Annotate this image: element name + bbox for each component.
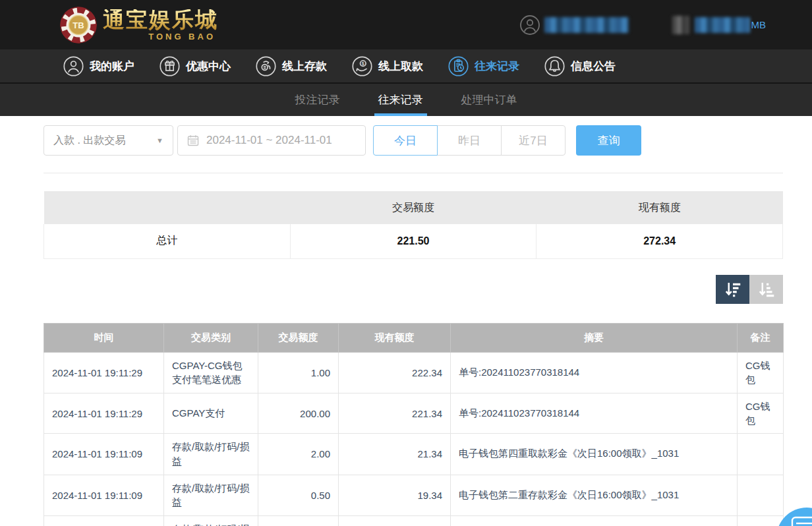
gift-icon: [160, 56, 180, 76]
cell-time: 2024-11-01 19:11:29: [44, 352, 164, 394]
withdraw-icon: $: [352, 56, 372, 76]
filter-bar: 入款 . 出款交易 ▼ 2024-11-01 ~ 2024-11-01 今日 昨…: [44, 125, 783, 156]
main-navigation: 我的账户 优惠中心 线上存款 $ 线上取款: [0, 49, 812, 84]
nav-item-my-account[interactable]: 我的账户: [63, 56, 134, 76]
table-row: 2024-11-01 19:11:09 存款/取款/打码/损益 2.00 21.…: [44, 434, 784, 475]
summary-row-label: 总计: [44, 224, 291, 258]
quick-last7days-button[interactable]: 近7日: [501, 125, 566, 156]
cell-balance: 221.34: [339, 394, 451, 434]
col-header-time: 时间: [44, 323, 164, 352]
summary-total-row: 总计 221.50 272.34: [44, 224, 783, 258]
cell-amount: 200.00: [258, 394, 339, 434]
cell-note: CG钱包: [738, 352, 784, 394]
col-header-balance: 现有额度: [339, 323, 451, 352]
sort-descending-button[interactable]: [716, 275, 749, 304]
cell-amount: 18.00: [258, 516, 339, 526]
tab-transaction-records[interactable]: 往来记录: [374, 84, 427, 116]
cell-balance: 222.34: [339, 352, 451, 394]
cell-type: 存款/取款/打码/损益: [164, 434, 258, 475]
col-header-note: 备注: [738, 323, 784, 352]
cell-balance: 21.34: [339, 434, 451, 475]
casino-chip-icon: TB: [59, 6, 98, 44]
bell-icon: [544, 56, 565, 76]
nav-label: 优惠中心: [186, 59, 231, 74]
table-row: 2024-11-01 19:11:29 CGPAY-CG钱包支付笔笔送优惠 1.…: [44, 352, 784, 394]
search-button[interactable]: 查询: [576, 125, 641, 156]
summary-header-balance: 现有额度: [536, 191, 783, 224]
table-row: 2024-11-01 19:11:09 存款/取款/打码/损益 0.50 19.…: [44, 475, 784, 516]
tab-label: 投注记录: [295, 92, 340, 107]
sort-ascending-button[interactable]: [749, 275, 783, 304]
summary-header-empty: [44, 191, 291, 224]
calendar-icon: [187, 134, 200, 147]
date-range-picker[interactable]: 2024-11-01 ~ 2024-11-01: [177, 125, 366, 156]
quick-date-group: 今日 昨日 近7日: [373, 125, 566, 156]
records-table: 时间 交易类别 交易额度 现有额度 摘要 备注 2024-11-01 19:11…: [44, 323, 784, 526]
brand-logo[interactable]: TB 通宝娱乐城 TONG BAO: [59, 6, 218, 44]
username-redacted[interactable]: [544, 17, 629, 33]
nav-item-deposit[interactable]: 线上存款: [256, 56, 327, 76]
select-value: 入款 . 出款交易: [53, 134, 125, 148]
sort-ascending-icon: [757, 279, 776, 299]
cell-note: CG钱包: [738, 394, 784, 434]
summary-balance-total: 272.34: [536, 224, 783, 258]
nav-label: 我的账户: [90, 59, 134, 74]
cell-balance: 19.34: [339, 475, 451, 516]
sort-toolbar: [44, 275, 783, 304]
cell-summary: 单号:202411023770318144: [451, 352, 738, 394]
brand-name-en: TONG BAO: [148, 32, 216, 41]
section-divider: [44, 173, 783, 173]
cell-summary: 月月送《每月1号下午14:20领取》_1001: [451, 516, 738, 526]
nav-item-announcements[interactable]: 信息公告: [544, 56, 616, 76]
nav-label: 线上取款: [378, 59, 423, 74]
main-content: 入款 . 出款交易 ▼ 2024-11-01 ~ 2024-11-01 今日 昨…: [44, 125, 783, 526]
transaction-type-select[interactable]: 入款 . 出款交易 ▼: [44, 125, 173, 156]
user-avatar-icon: [519, 15, 540, 36]
cell-summary: 电子钱包第四重取款彩金《次日16:00领取》_1031: [451, 434, 738, 475]
tab-betting-records[interactable]: 投注记录: [291, 84, 344, 116]
table-row: 2024-11-01 19:11:29 CGPAY支付 200.00 221.3…: [44, 394, 784, 434]
cell-note: [738, 516, 784, 526]
quick-today-button[interactable]: 今日: [373, 125, 438, 156]
cell-note: [738, 475, 784, 516]
cell-amount: 1.00: [258, 352, 339, 394]
cell-type: 存款/取款/打码/损益: [164, 516, 258, 526]
user-icon: [63, 56, 84, 76]
nav-item-withdraw[interactable]: $ 线上取款: [352, 56, 423, 76]
balance-unit: MB: [751, 19, 767, 30]
tab-pending-orders[interactable]: 处理中订单: [457, 84, 521, 116]
cell-note: [738, 434, 784, 475]
summary-table: 交易额度 现有额度 总计 221.50 272.34: [44, 191, 783, 259]
nav-label: 信息公告: [571, 59, 616, 74]
col-header-type: 交易类别: [164, 323, 258, 352]
cell-type: CGPAY-CG钱包支付笔笔送优惠: [164, 352, 258, 394]
cell-time: 2024-11-01 19:11:09: [44, 434, 164, 475]
quick-yesterday-button[interactable]: 昨日: [437, 125, 502, 156]
cell-time: 2024-11-01 19:11:09: [44, 475, 164, 516]
svg-text:TB: TB: [72, 20, 84, 30]
record-subtabs: 投注记录 往来记录 处理中订单: [0, 84, 812, 116]
col-header-summary: 摘要: [451, 323, 738, 352]
user-info: MB: [519, 15, 767, 36]
wallet-icon-redacted[interactable]: [672, 16, 689, 34]
nav-label: 往来记录: [475, 59, 519, 74]
brand-name-cn: 通宝娱乐城: [103, 9, 218, 31]
chat-card-icon: [791, 516, 812, 526]
nav-item-transaction-records[interactable]: 往来记录: [448, 56, 519, 76]
cell-amount: 2.00: [258, 434, 339, 475]
cell-time: 2024-11-01 19:11:09: [44, 516, 164, 526]
summary-header-transaction: 交易额度: [290, 191, 536, 224]
nav-item-promotions[interactable]: 优惠中心: [160, 56, 231, 76]
records-header-row: 时间 交易类别 交易额度 现有额度 摘要 备注: [44, 323, 784, 352]
col-header-amount: 交易额度: [258, 323, 339, 352]
cell-type: CGPAY支付: [164, 394, 258, 434]
cell-amount: 0.50: [258, 475, 339, 516]
table-row: 2024-11-01 19:11:09 存款/取款/打码/损益 18.00 18…: [44, 516, 784, 526]
deposit-icon: [256, 56, 276, 76]
cell-type: 存款/取款/打码/损益: [164, 475, 258, 516]
cell-balance: 18.84: [339, 516, 451, 526]
cell-summary: 单号:202411023770318144: [451, 394, 738, 434]
nav-label: 线上存款: [282, 59, 327, 74]
records-icon: [448, 56, 469, 76]
date-range-value: 2024-11-01 ~ 2024-11-01: [206, 134, 332, 147]
